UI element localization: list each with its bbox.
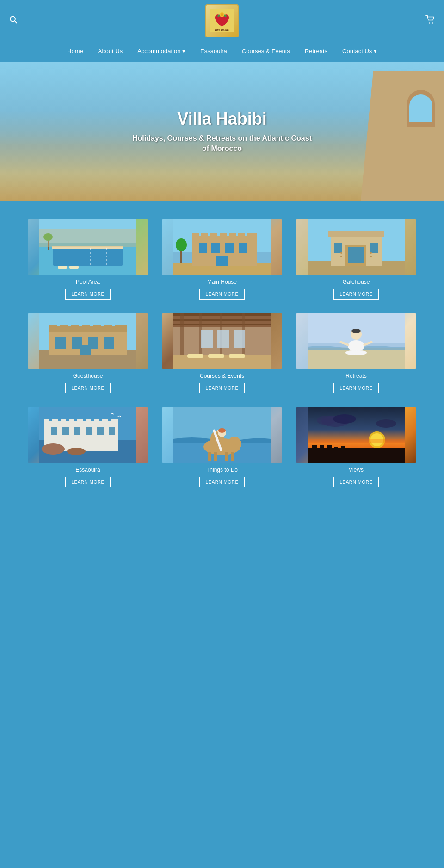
svg-rect-119 xyxy=(237,441,241,447)
views-label: Views xyxy=(349,467,364,473)
svg-rect-18 xyxy=(69,266,79,269)
svg-rect-110 xyxy=(97,427,104,435)
courses-label: Courses & Events xyxy=(200,373,244,379)
card-courses: Courses & Events LEARN MORE xyxy=(162,313,282,393)
essaouira-image xyxy=(28,407,148,463)
nav-courses[interactable]: Courses & Events xyxy=(239,46,293,56)
svg-rect-102 xyxy=(86,419,91,424)
nav-home[interactable]: Home xyxy=(64,46,86,56)
svg-rect-36 xyxy=(239,243,247,253)
svg-rect-31 xyxy=(238,233,245,238)
cards-grid: Pool Area LEARN MORE xyxy=(28,219,416,487)
main-content: Pool Area LEARN MORE xyxy=(0,201,444,515)
svg-rect-46 xyxy=(334,243,342,253)
things-image xyxy=(162,407,282,463)
svg-rect-100 xyxy=(69,419,74,424)
pool-area-image xyxy=(28,219,148,275)
svg-rect-43 xyxy=(328,231,384,237)
card-retreats: Retreats LEARN MORE xyxy=(296,313,416,393)
card-essaouira: Essaouira LEARN MORE xyxy=(28,407,148,487)
card-pool-area: Pool Area LEARN MORE xyxy=(28,219,148,300)
svg-rect-79 xyxy=(217,330,229,348)
svg-rect-30 xyxy=(229,233,236,238)
essaouira-learn-more[interactable]: LEARN MORE xyxy=(65,477,110,487)
svg-rect-60 xyxy=(93,325,101,329)
nav-retreats[interactable]: Retreats xyxy=(302,46,330,56)
svg-point-113 xyxy=(67,448,86,455)
guesthouse-learn-more[interactable]: LEARN MORE xyxy=(65,383,110,393)
svg-rect-101 xyxy=(77,419,83,424)
svg-rect-62 xyxy=(115,325,127,329)
retreats-learn-more[interactable]: LEARN MORE xyxy=(333,383,378,393)
svg-point-50 xyxy=(370,252,372,254)
svg-rect-111 xyxy=(109,427,115,435)
svg-rect-35 xyxy=(225,243,234,253)
svg-rect-105 xyxy=(111,419,118,424)
svg-point-48 xyxy=(340,252,342,254)
svg-rect-122 xyxy=(225,452,228,461)
svg-rect-107 xyxy=(62,427,69,435)
svg-point-134 xyxy=(333,414,356,424)
svg-rect-78 xyxy=(201,330,213,348)
nav-accommodation[interactable]: Accommodation ▾ xyxy=(135,46,188,56)
svg-point-9 xyxy=(432,22,433,23)
nav-contact[interactable]: Contact Us ▾ xyxy=(339,46,380,56)
pool-area-label: Pool Area xyxy=(76,279,100,285)
cart-icon[interactable] xyxy=(426,15,435,27)
views-learn-more[interactable]: LEARN MORE xyxy=(333,477,378,487)
hero-subtitle: Holidays, Courses & Retreats on the Atla… xyxy=(130,133,314,154)
svg-rect-103 xyxy=(94,419,99,424)
svg-point-4 xyxy=(221,13,223,16)
svg-rect-63 xyxy=(56,337,66,349)
pool-area-learn-more[interactable]: LEARN MORE xyxy=(65,289,110,300)
svg-point-39 xyxy=(176,238,187,251)
svg-rect-106 xyxy=(51,427,57,435)
svg-rect-66 xyxy=(104,337,114,349)
svg-line-1 xyxy=(15,21,17,23)
courses-learn-more[interactable]: LEARN MORE xyxy=(199,383,244,393)
things-learn-more[interactable]: LEARN MORE xyxy=(199,477,244,487)
svg-rect-26 xyxy=(192,233,199,238)
svg-rect-32 xyxy=(247,233,257,238)
svg-rect-143 xyxy=(308,439,405,443)
svg-point-135 xyxy=(376,419,396,428)
svg-point-88 xyxy=(348,340,364,351)
svg-rect-81 xyxy=(187,354,204,358)
svg-rect-37 xyxy=(216,256,228,266)
svg-rect-47 xyxy=(370,243,378,253)
guesthouse-label: Guesthouse xyxy=(73,373,103,379)
svg-rect-80 xyxy=(234,330,245,348)
svg-rect-121 xyxy=(214,452,217,461)
svg-rect-28 xyxy=(210,233,217,238)
svg-rect-12 xyxy=(53,247,123,266)
svg-rect-109 xyxy=(86,427,92,435)
svg-point-51 xyxy=(370,256,372,257)
svg-text:Villa Habibi: Villa Habibi xyxy=(215,28,229,31)
navigation: Home About Us Accommodation ▾ Essaouira … xyxy=(0,42,444,62)
svg-rect-108 xyxy=(74,427,80,435)
main-house-learn-more[interactable]: LEARN MORE xyxy=(199,289,244,300)
svg-point-93 xyxy=(352,329,361,333)
svg-rect-123 xyxy=(231,452,234,461)
svg-point-92 xyxy=(353,350,367,355)
svg-rect-59 xyxy=(82,325,90,329)
gatehouse-learn-more[interactable]: LEARN MORE xyxy=(333,289,378,300)
nav-about[interactable]: About Us xyxy=(95,46,125,56)
svg-rect-67 xyxy=(80,345,91,355)
main-house-image xyxy=(162,219,282,275)
svg-rect-58 xyxy=(71,325,79,329)
svg-rect-29 xyxy=(220,233,227,238)
svg-rect-98 xyxy=(52,419,58,424)
svg-rect-45 xyxy=(348,247,364,263)
svg-rect-57 xyxy=(60,325,68,329)
search-icon[interactable] xyxy=(9,16,18,26)
retreats-image xyxy=(296,313,416,369)
logo[interactable]: Villa Habibi xyxy=(205,4,239,37)
retreats-label: Retreats xyxy=(345,373,366,379)
essaouira-label: Essaouira xyxy=(75,467,100,473)
card-views: Views LEARN MORE xyxy=(296,407,416,487)
nav-essaouira[interactable]: Essaouira xyxy=(197,46,230,56)
card-guesthouse: Guesthouse LEARN MORE xyxy=(28,313,148,393)
hero-section: Villa Habibi Holidays, Courses & Retreat… xyxy=(0,62,444,201)
gatehouse-label: Gatehouse xyxy=(343,279,370,285)
